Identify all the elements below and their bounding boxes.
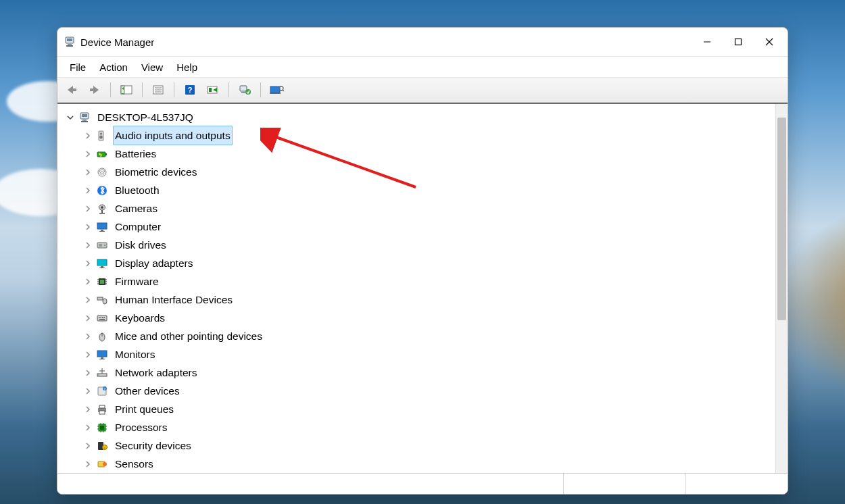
- device-tree[interactable]: DESKTOP-4L537JQAudio inputs and outputsB…: [57, 104, 788, 473]
- svg-rect-26: [270, 86, 280, 93]
- expander-icon[interactable]: [64, 111, 76, 124]
- device-manager-window: Device Manager File Action View Help: [57, 27, 788, 495]
- battery-icon: [95, 147, 109, 161]
- vertical-scrollbar[interactable]: [775, 104, 788, 473]
- svg-rect-74: [101, 357, 103, 359]
- expander-icon[interactable]: [82, 221, 94, 233]
- svg-rect-3: [66, 45, 73, 47]
- toolbar-separator: [142, 82, 143, 97]
- tree-root[interactable]: DESKTOP-4L537JQ: [64, 108, 788, 126]
- sensor-icon: [95, 457, 109, 471]
- tree-category-label: Human Interface Devices: [113, 291, 235, 309]
- tree-category[interactable]: Sensors: [64, 455, 788, 473]
- svg-rect-24: [241, 92, 245, 93]
- properties-button[interactable]: [148, 80, 168, 99]
- maximize-button[interactable]: [723, 28, 754, 56]
- tree-category[interactable]: Network adapters: [64, 363, 788, 382]
- svg-point-36: [99, 135, 103, 138]
- tree-category-label: Audio inputs and outputs: [113, 126, 233, 145]
- svg-rect-68: [102, 317, 103, 318]
- forward-button[interactable]: [84, 80, 105, 99]
- tree-category[interactable]: Print queues: [64, 400, 788, 418]
- expander-icon[interactable]: [82, 184, 94, 197]
- expander-icon[interactable]: [82, 422, 94, 434]
- tree-category[interactable]: Display adapters: [64, 254, 788, 272]
- tree-category-label: Firmware: [113, 272, 161, 291]
- expander-icon[interactable]: [82, 276, 94, 288]
- tree-category[interactable]: Processors: [64, 418, 788, 436]
- expander-icon[interactable]: [82, 367, 94, 379]
- scan-hardware-button[interactable]: [203, 80, 223, 99]
- tree-category[interactable]: Mice and other pointing devices: [64, 327, 788, 345]
- add-legacy-hardware-button[interactable]: [235, 80, 255, 99]
- expander-icon[interactable]: [82, 294, 94, 306]
- tree-category[interactable]: Bluetooth: [64, 181, 788, 199]
- menu-view[interactable]: View: [136, 60, 168, 74]
- devices-by-connection-button[interactable]: [266, 80, 287, 99]
- tree-category[interactable]: Computer: [64, 218, 788, 236]
- svg-rect-23: [240, 86, 247, 91]
- toolbar-separator: [228, 82, 229, 97]
- tree-category[interactable]: Security devices: [64, 436, 788, 455]
- svg-rect-66: [99, 317, 100, 318]
- tree-category[interactable]: ?Other devices: [64, 382, 788, 400]
- expander-icon[interactable]: [82, 166, 94, 178]
- expander-icon[interactable]: [82, 440, 94, 452]
- other-icon: ?: [95, 384, 109, 398]
- tree-category[interactable]: Firmware: [64, 272, 788, 291]
- bluetooth-icon: [95, 184, 109, 197]
- tree-category[interactable]: Audio inputs and outputs: [64, 126, 788, 145]
- svg-rect-44: [99, 213, 105, 214]
- tree-category[interactable]: Human Interface Devices: [64, 291, 788, 309]
- svg-rect-9: [90, 89, 94, 91]
- expander-icon[interactable]: [82, 330, 94, 343]
- tree-category-label: Security devices: [113, 436, 193, 455]
- scrollbar-thumb[interactable]: [777, 118, 786, 320]
- expander-icon[interactable]: [82, 239, 94, 251]
- expander-icon[interactable]: [82, 349, 94, 361]
- svg-point-77: [98, 374, 99, 376]
- expander-icon[interactable]: [82, 312, 94, 324]
- svg-rect-43: [101, 210, 103, 213]
- expander-icon[interactable]: [82, 130, 94, 142]
- help-button[interactable]: ?: [180, 80, 200, 99]
- app-icon: [64, 36, 75, 47]
- svg-rect-33: [81, 121, 88, 122]
- svg-rect-47: [99, 231, 105, 232]
- tree-category[interactable]: Batteries: [64, 145, 788, 163]
- close-button[interactable]: [754, 28, 785, 56]
- show-hide-tree-button[interactable]: [116, 80, 137, 99]
- tree-category[interactable]: Disk drives: [64, 236, 788, 254]
- network-icon: [95, 366, 109, 380]
- menu-help[interactable]: Help: [171, 60, 203, 74]
- disk-icon: [95, 238, 109, 252]
- menu-file[interactable]: File: [64, 60, 91, 74]
- svg-rect-75: [99, 359, 105, 359]
- tree-root-label: DESKTOP-4L537JQ: [95, 108, 195, 126]
- tree-category-label: Print queues: [113, 400, 176, 418]
- svg-rect-85: [100, 426, 104, 430]
- camera-icon: [95, 202, 109, 216]
- expander-icon[interactable]: [82, 148, 94, 160]
- expander-icon[interactable]: [82, 385, 94, 397]
- menu-action[interactable]: Action: [94, 60, 133, 74]
- minimize-button[interactable]: [692, 28, 723, 56]
- tree-category[interactable]: Monitors: [64, 345, 788, 363]
- svg-point-98: [103, 462, 107, 466]
- back-button[interactable]: [62, 80, 82, 99]
- toolbar-separator: [260, 82, 261, 97]
- tree-category[interactable]: Cameras: [64, 199, 788, 218]
- expander-icon[interactable]: [82, 403, 94, 415]
- tree-category[interactable]: Keyboards: [64, 309, 788, 327]
- expander-icon[interactable]: [82, 458, 94, 470]
- tree-category[interactable]: Biometric devices: [64, 163, 788, 181]
- fingerprint-icon: [95, 166, 109, 179]
- svg-rect-2: [68, 44, 72, 45]
- monitor-icon: [95, 348, 109, 361]
- svg-rect-70: [99, 319, 105, 320]
- expander-icon[interactable]: [82, 257, 94, 270]
- hid-icon: [95, 293, 109, 307]
- svg-rect-65: [97, 316, 107, 321]
- expander-icon[interactable]: [82, 203, 94, 215]
- titlebar: Device Manager: [57, 28, 788, 56]
